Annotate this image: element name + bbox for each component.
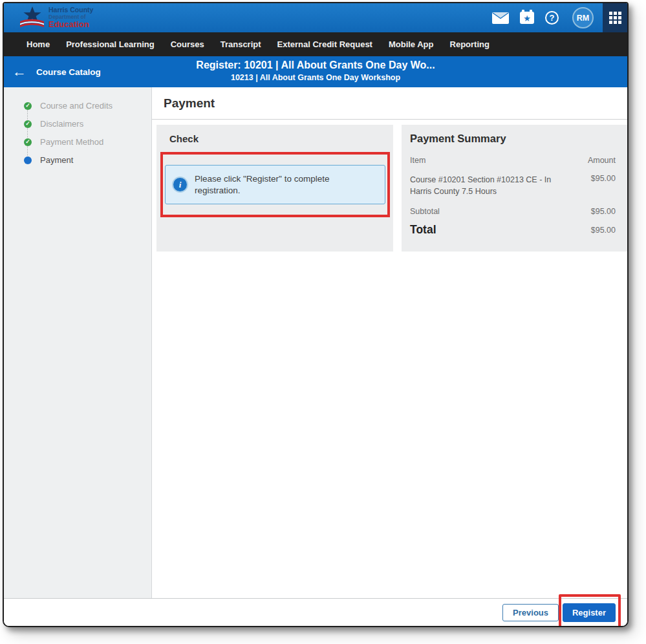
check-icon: ✓	[25, 103, 30, 109]
check-icon: ✓	[25, 121, 30, 127]
step-label: Payment Method	[40, 137, 103, 147]
step-connector	[27, 110, 151, 120]
calendar-star-glyph: ★	[523, 14, 531, 23]
nav-item-courses[interactable]: Courses	[165, 39, 210, 49]
check-icon: ✓	[25, 139, 30, 145]
nav-item-external-credit-request[interactable]: External Credit Request	[272, 39, 378, 49]
hcde-logo-text: Harris County Department of Education	[48, 6, 93, 29]
register-subheader: ← Course Catalog Register: 10201 | All A…	[4, 56, 627, 87]
summary-subtotal-row: Subtotal $95.00	[410, 207, 616, 216]
register-info-alert: i Please click "Register" to complete re…	[165, 165, 385, 204]
summary-line-item: Course #10201 Section #10213 CE - In Har…	[410, 174, 616, 197]
step-sidebar: ✓ Course and Credits ✓ Disclaimers ✓ Pay…	[4, 87, 152, 598]
help-icon[interactable]: ?	[545, 11, 559, 25]
apps-grid-icon	[609, 12, 621, 24]
nav-item-transcript[interactable]: Transcript	[215, 39, 267, 49]
line-item-amount: $95.00	[591, 174, 616, 183]
step-connector	[27, 128, 151, 138]
logo-line-1: Harris County	[48, 6, 93, 14]
step-payment[interactable]: Payment	[4, 156, 151, 164]
amount-column-header: Amount	[588, 156, 616, 165]
step-disclaimers[interactable]: ✓ Disclaimers	[4, 120, 151, 128]
step-label: Payment	[40, 155, 73, 165]
register-titles: Register: 10201 | All About Grants One D…	[107, 59, 524, 82]
nav-item-reporting[interactable]: Reporting	[444, 39, 495, 49]
help-glyph: ?	[550, 13, 555, 23]
logo-line-3: Education	[48, 20, 93, 29]
register-subtitle: 10213 | All About Grants One Day Worksho…	[107, 73, 524, 82]
annotation-box-alert: i Please click "Register" to complete re…	[160, 152, 390, 217]
info-glyph: i	[179, 180, 182, 190]
step-complete-icon: ✓	[24, 138, 32, 146]
item-column-header: Item	[410, 156, 425, 165]
register-title: Register: 10201 | All About Grants One D…	[107, 59, 524, 71]
step-course-and-credits[interactable]: ✓ Course and Credits	[4, 102, 151, 110]
total-label: Total	[410, 223, 436, 237]
subtotal-label: Subtotal	[410, 207, 440, 216]
payment-summary-title: Payment Summary	[410, 133, 616, 145]
nav-item-professional-learning[interactable]: Professional Learning	[60, 39, 160, 49]
check-section-title: Check	[169, 133, 380, 144]
step-active-icon	[24, 156, 32, 164]
app-window: Harris County Department of Education ★ …	[3, 2, 629, 627]
check-panel: Check i Please click "Register" to compl…	[156, 125, 393, 252]
step-connector	[27, 146, 151, 156]
main-content: Payment Check i Please click "Register" …	[152, 87, 627, 598]
page-title: Payment	[152, 87, 627, 120]
step-complete-icon: ✓	[24, 120, 32, 128]
payment-summary-panel: Payment Summary Item Amount Course #1020…	[402, 125, 627, 252]
apps-menu-button[interactable]	[603, 3, 627, 32]
back-arrow-icon[interactable]: ←	[12, 65, 27, 79]
info-icon: i	[173, 178, 187, 191]
hcde-logo[interactable]: Harris County Department of Education	[19, 5, 93, 31]
summary-total-row: Total $95.00	[410, 223, 616, 237]
subtotal-amount: $95.00	[591, 207, 616, 216]
calendar-icon[interactable]: ★	[520, 12, 534, 24]
step-payment-method[interactable]: ✓ Payment Method	[4, 138, 151, 146]
step-label: Course and Credits	[40, 101, 113, 111]
avatar-initials: RM	[577, 14, 589, 23]
mail-icon[interactable]	[492, 12, 509, 24]
course-catalog-link[interactable]: Course Catalog	[36, 67, 101, 77]
nav-item-home[interactable]: Home	[21, 39, 56, 49]
register-button[interactable]: Register	[563, 603, 616, 622]
total-amount: $95.00	[591, 226, 616, 235]
summary-header-row: Item Amount	[410, 156, 616, 165]
alert-text: Please click "Register" to complete regi…	[195, 173, 358, 196]
app-header: Harris County Department of Education ★ …	[4, 3, 627, 32]
nav-item-mobile-app[interactable]: Mobile App	[383, 39, 440, 49]
hcde-star-stripes-icon	[19, 5, 45, 31]
previous-button[interactable]: Previous	[502, 604, 559, 621]
line-item-description: Course #10201 Section #10213 CE - In Har…	[410, 174, 572, 197]
wizard-footer: Previous Register	[4, 598, 627, 626]
header-icons: ★ ? RM	[492, 3, 594, 32]
step-label: Disclaimers	[40, 119, 83, 129]
main-nav: Home Professional Learning Courses Trans…	[4, 32, 627, 56]
avatar[interactable]: RM	[572, 7, 594, 28]
step-complete-icon: ✓	[24, 102, 32, 110]
